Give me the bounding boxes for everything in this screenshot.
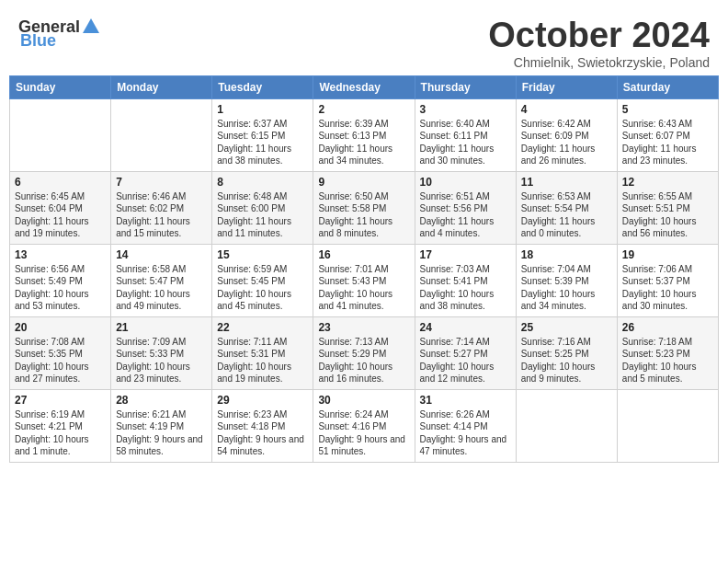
calendar-week-row: 13Sunrise: 6:56 AM Sunset: 5:49 PM Dayli…: [10, 244, 719, 316]
calendar-day-cell: 17Sunrise: 7:03 AM Sunset: 5:41 PM Dayli…: [415, 244, 516, 316]
day-info: Sunrise: 6:19 AM Sunset: 4:21 PM Dayligh…: [15, 408, 106, 458]
calendar-day-cell: 30Sunrise: 6:24 AM Sunset: 4:16 PM Dayli…: [313, 389, 415, 462]
day-number: 10: [420, 176, 511, 189]
location-subtitle: Chmielnik, Swietokrzyskie, Poland: [488, 55, 710, 70]
calendar-day-cell: 9Sunrise: 6:50 AM Sunset: 5:58 PM Daylig…: [313, 171, 415, 244]
calendar-day-cell: [516, 389, 617, 462]
weekday-header-saturday: Saturday: [617, 75, 718, 98]
day-info: Sunrise: 6:42 AM Sunset: 6:09 PM Dayligh…: [521, 118, 612, 167]
logo-blue-text: Blue: [20, 31, 56, 51]
day-number: 1: [217, 103, 308, 116]
calendar-day-cell: 27Sunrise: 6:19 AM Sunset: 4:21 PM Dayli…: [10, 389, 111, 462]
calendar-day-cell: 26Sunrise: 7:18 AM Sunset: 5:23 PM Dayli…: [617, 316, 718, 389]
day-number: 27: [15, 394, 106, 407]
calendar-day-cell: 5Sunrise: 6:43 AM Sunset: 6:07 PM Daylig…: [617, 98, 718, 171]
day-number: 20: [15, 321, 106, 334]
day-number: 25: [521, 321, 612, 334]
day-info: Sunrise: 6:40 AM Sunset: 6:11 PM Dayligh…: [420, 118, 511, 167]
calendar-day-cell: 4Sunrise: 6:42 AM Sunset: 6:09 PM Daylig…: [516, 98, 617, 171]
day-number: 26: [622, 321, 713, 334]
logo-icon: [81, 17, 101, 37]
calendar-day-cell: 2Sunrise: 6:39 AM Sunset: 6:13 PM Daylig…: [313, 98, 415, 171]
day-number: 30: [318, 394, 409, 407]
weekday-header-monday: Monday: [111, 75, 212, 98]
day-info: Sunrise: 6:50 AM Sunset: 5:58 PM Dayligh…: [318, 190, 409, 240]
calendar-day-cell: 1Sunrise: 6:37 AM Sunset: 6:15 PM Daylig…: [212, 98, 313, 171]
weekday-header-friday: Friday: [516, 75, 617, 98]
day-info: Sunrise: 7:01 AM Sunset: 5:43 PM Dayligh…: [318, 263, 409, 313]
day-info: Sunrise: 6:43 AM Sunset: 6:07 PM Dayligh…: [622, 118, 713, 167]
calendar-week-row: 20Sunrise: 7:08 AM Sunset: 5:35 PM Dayli…: [10, 316, 719, 389]
calendar-day-cell: 22Sunrise: 7:11 AM Sunset: 5:31 PM Dayli…: [212, 316, 313, 389]
day-info: Sunrise: 6:51 AM Sunset: 5:56 PM Dayligh…: [420, 190, 511, 240]
day-info: Sunrise: 7:04 AM Sunset: 5:39 PM Dayligh…: [521, 263, 612, 313]
day-number: 14: [116, 248, 207, 261]
calendar-day-cell: 20Sunrise: 7:08 AM Sunset: 5:35 PM Dayli…: [10, 316, 111, 389]
day-number: 6: [15, 176, 106, 189]
calendar-day-cell: 21Sunrise: 7:09 AM Sunset: 5:33 PM Dayli…: [111, 316, 212, 389]
calendar-week-row: 6Sunrise: 6:45 AM Sunset: 6:04 PM Daylig…: [10, 171, 719, 244]
day-number: 29: [217, 394, 308, 407]
day-info: Sunrise: 6:23 AM Sunset: 4:18 PM Dayligh…: [217, 408, 308, 458]
day-number: 13: [15, 248, 106, 261]
calendar-day-cell: [617, 389, 718, 462]
day-number: 4: [521, 103, 612, 116]
calendar-day-cell: 7Sunrise: 6:46 AM Sunset: 6:02 PM Daylig…: [111, 171, 212, 244]
day-info: Sunrise: 7:16 AM Sunset: 5:25 PM Dayligh…: [521, 336, 612, 385]
calendar-day-cell: 16Sunrise: 7:01 AM Sunset: 5:43 PM Dayli…: [313, 244, 415, 316]
month-title: October 2024: [488, 17, 710, 55]
day-info: Sunrise: 6:37 AM Sunset: 6:15 PM Dayligh…: [217, 118, 308, 167]
calendar-day-cell: 11Sunrise: 6:53 AM Sunset: 5:54 PM Dayli…: [516, 171, 617, 244]
weekday-header-tuesday: Tuesday: [212, 75, 313, 98]
day-number: 11: [521, 176, 612, 189]
day-number: 18: [521, 248, 612, 261]
weekday-header-wednesday: Wednesday: [313, 75, 415, 98]
day-number: 16: [318, 248, 409, 261]
day-number: 12: [622, 176, 713, 189]
weekday-header-sunday: Sunday: [10, 75, 111, 98]
day-number: 15: [217, 248, 308, 261]
day-number: 23: [318, 321, 409, 334]
day-info: Sunrise: 6:45 AM Sunset: 6:04 PM Dayligh…: [15, 190, 106, 240]
day-number: 9: [318, 176, 409, 189]
weekday-header-row: SundayMondayTuesdayWednesdayThursdayFrid…: [10, 75, 719, 98]
calendar-day-cell: 25Sunrise: 7:16 AM Sunset: 5:25 PM Dayli…: [516, 316, 617, 389]
calendar-day-cell: 15Sunrise: 6:59 AM Sunset: 5:45 PM Dayli…: [212, 244, 313, 316]
calendar-day-cell: 31Sunrise: 6:26 AM Sunset: 4:14 PM Dayli…: [415, 389, 516, 462]
day-number: 31: [420, 394, 511, 407]
calendar-day-cell: 8Sunrise: 6:48 AM Sunset: 6:00 PM Daylig…: [212, 171, 313, 244]
day-info: Sunrise: 6:21 AM Sunset: 4:19 PM Dayligh…: [116, 408, 207, 458]
weekday-header-thursday: Thursday: [415, 75, 516, 98]
day-info: Sunrise: 6:53 AM Sunset: 5:54 PM Dayligh…: [521, 190, 612, 240]
calendar-day-cell: 3Sunrise: 6:40 AM Sunset: 6:11 PM Daylig…: [415, 98, 516, 171]
calendar-day-cell: 29Sunrise: 6:23 AM Sunset: 4:18 PM Dayli…: [212, 389, 313, 462]
calendar-day-cell: 10Sunrise: 6:51 AM Sunset: 5:56 PM Dayli…: [415, 171, 516, 244]
day-number: 24: [420, 321, 511, 334]
day-info: Sunrise: 7:08 AM Sunset: 5:35 PM Dayligh…: [15, 336, 106, 385]
day-info: Sunrise: 7:06 AM Sunset: 5:37 PM Dayligh…: [622, 263, 713, 313]
day-number: 17: [420, 248, 511, 261]
day-info: Sunrise: 7:09 AM Sunset: 5:33 PM Dayligh…: [116, 336, 207, 385]
day-info: Sunrise: 6:55 AM Sunset: 5:51 PM Dayligh…: [622, 190, 713, 240]
calendar-day-cell: 14Sunrise: 6:58 AM Sunset: 5:47 PM Dayli…: [111, 244, 212, 316]
day-number: 22: [217, 321, 308, 334]
calendar-day-cell: [111, 98, 212, 171]
calendar-day-cell: 12Sunrise: 6:55 AM Sunset: 5:51 PM Dayli…: [617, 171, 718, 244]
day-number: 28: [116, 394, 207, 407]
calendar-week-row: 1Sunrise: 6:37 AM Sunset: 6:15 PM Daylig…: [10, 98, 719, 171]
day-number: 19: [622, 248, 713, 261]
calendar-day-cell: 19Sunrise: 7:06 AM Sunset: 5:37 PM Dayli…: [617, 244, 718, 316]
calendar-day-cell: 18Sunrise: 7:04 AM Sunset: 5:39 PM Dayli…: [516, 244, 617, 316]
day-info: Sunrise: 7:18 AM Sunset: 5:23 PM Dayligh…: [622, 336, 713, 385]
day-info: Sunrise: 6:24 AM Sunset: 4:16 PM Dayligh…: [318, 408, 409, 458]
day-info: Sunrise: 6:56 AM Sunset: 5:49 PM Dayligh…: [15, 263, 106, 313]
calendar-day-cell: 28Sunrise: 6:21 AM Sunset: 4:19 PM Dayli…: [111, 389, 212, 462]
day-info: Sunrise: 7:14 AM Sunset: 5:27 PM Dayligh…: [420, 336, 511, 385]
calendar-day-cell: 13Sunrise: 6:56 AM Sunset: 5:49 PM Dayli…: [10, 244, 111, 316]
calendar-day-cell: [10, 98, 111, 171]
title-block: October 2024 Chmielnik, Swietokrzyskie, …: [488, 17, 710, 70]
day-number: 8: [217, 176, 308, 189]
logo: General Blue: [18, 17, 101, 51]
day-info: Sunrise: 6:48 AM Sunset: 6:00 PM Dayligh…: [217, 190, 308, 240]
day-number: 21: [116, 321, 207, 334]
